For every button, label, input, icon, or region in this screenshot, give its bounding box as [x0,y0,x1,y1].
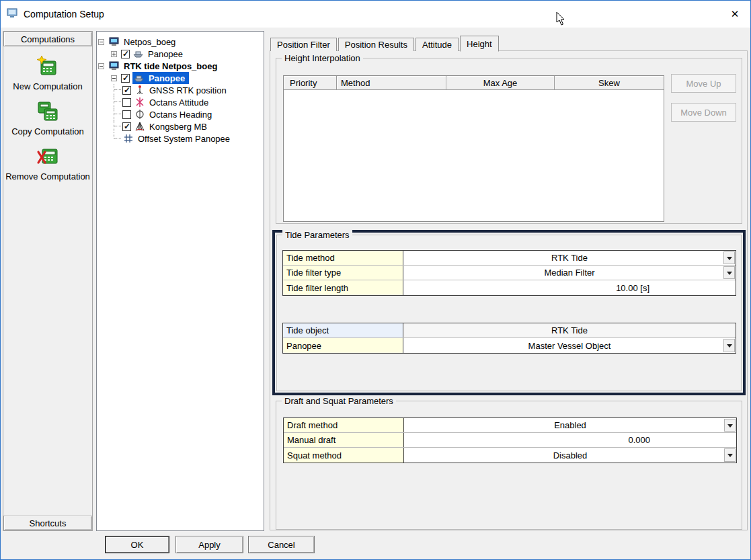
column-header-max-age[interactable]: Max Age [446,76,555,89]
tree-connector [114,84,122,96]
tree-item-octans-attitude[interactable]: Octans Attitude [98,96,262,108]
computations-header-button[interactable]: Computations [3,32,92,46]
height-interpolation-group: Height Interpolation Priority Method Max… [276,58,742,224]
tab-position-filter[interactable]: Position Filter [270,38,337,51]
tab-position-results[interactable]: Position Results [338,38,414,51]
action-label: Remove Computation [5,172,90,182]
tree-item-rtk-tide-netpos-boeg[interactable]: RTK tide Netpos_boeg [98,60,262,72]
param-value: Median Filter [544,268,594,278]
manual-draft-field[interactable]: 0.000 [404,433,736,447]
expand-expander-icon[interactable] [111,51,117,57]
group-title: Height Interpolation [282,53,363,63]
tree-connector [114,108,122,120]
squat-method-dropdown[interactable]: Disabled [404,448,736,463]
close-button[interactable]: ✕ [719,1,750,28]
computation-tree: Netpos_boeg Panopee RTK tide Netpos_boeg [96,31,264,531]
dropdown-arrow-icon[interactable] [723,266,735,279]
squat-method-row: Squat method Disabled [284,448,736,463]
tree-item-gnss-rtk-position[interactable]: GNSS RTK position [98,84,262,96]
computations-panel: Computations New Computation [3,31,93,531]
tide-method-row: Tide method RTK Tide [283,251,736,266]
new-computation-button[interactable]: New Computation [3,55,92,100]
vessel-icon [132,48,145,59]
mouse-cursor [556,11,565,26]
shortcuts-button[interactable]: Shortcuts [3,516,92,530]
dropdown-arrow-icon[interactable] [723,339,735,352]
param-label: Tide object [283,323,403,337]
draft-method-dropdown[interactable]: Enabled [404,418,736,432]
column-header-method[interactable]: Method [337,76,446,89]
param-value: 10.00 [s] [616,283,649,293]
tree-item-label: RTK tide Netpos_boeg [122,61,219,71]
dropdown-arrow-icon[interactable] [724,419,736,432]
param-label: Squat method [284,448,404,463]
dropdown-arrow-icon[interactable] [724,448,736,462]
tide-object-value: RTK Tide [403,323,736,337]
computation-icon [108,36,120,47]
collapse-expander-icon[interactable] [98,39,104,45]
tree-item-label: Offset System Panopee [136,134,231,144]
tide-filter-length-row: Tide filter length 10.00 [s] [283,280,736,295]
new-computation-icon [36,55,59,80]
param-label: Tide filter type [283,266,403,280]
computation-icon [108,61,120,71]
tide-method-dropdown[interactable]: RTK Tide [403,251,736,265]
tree-item-label: Netpos_boeg [122,37,177,47]
group-title: Draft and Squat Parameters [282,396,396,406]
move-down-button[interactable]: Move Down [671,103,736,122]
param-label: Panopee [283,338,403,353]
tree-item-kongsberg-mb[interactable]: Kongsberg MB [98,120,262,132]
tide-parameters-table: Tide method RTK Tide Tide filter type Me… [282,250,736,296]
heading-icon [134,109,146,120]
checkbox-unchecked-icon[interactable] [122,98,131,107]
tab-attitude[interactable]: Attitude [416,38,459,51]
copy-computation-button[interactable]: Copy Computation [3,100,92,145]
ok-button[interactable]: OK [105,536,169,553]
remove-computation-icon [36,145,59,170]
tree-connector [114,96,122,108]
vessel-icon [133,73,145,83]
tree-item-offset-system-panopee[interactable]: Offset System Panopee [98,132,262,145]
app-icon [7,8,19,21]
param-value: RTK Tide [551,325,588,335]
tide-filter-type-row: Tide filter type Median Filter [283,266,736,280]
draft-squat-table: Draft method Enabled Manual draft 0.000 … [283,417,737,463]
param-value: Enabled [554,420,586,430]
move-up-button[interactable]: Move Up [671,74,736,93]
dropdown-arrow-icon[interactable] [723,251,735,264]
collapse-expander-icon[interactable] [98,63,104,69]
tree-item-panopee-collapsed[interactable]: Panopee [98,48,262,60]
param-value: Master Vessel Object [528,341,611,351]
checkbox-checked-icon[interactable] [122,86,131,95]
height-interpolation-table: Priority Method Max Age Skew [283,75,664,222]
tree-connector [114,132,122,138]
column-header-skew[interactable]: Skew [555,76,664,89]
tree-item-panopee-selected[interactable]: Panopee [98,72,262,84]
tree-item-netpos-boeg[interactable]: Netpos_boeg [98,36,262,48]
param-label: Draft method [284,418,404,432]
checkbox-unchecked-icon[interactable] [122,110,131,119]
param-value: RTK Tide [551,253,588,263]
column-header-priority[interactable]: Priority [284,76,337,89]
param-label: Tide method [283,251,403,265]
remove-computation-button[interactable]: Remove Computation [3,145,92,190]
tree-item-label: Kongsberg MB [148,122,208,132]
computation-actions: New Computation Copy Computation [3,55,92,190]
draft-method-row: Draft method Enabled [284,418,736,433]
tree-connector [114,120,122,132]
group-title: Tide Parameters [282,230,352,240]
tree-item-label: Octans Heading [148,110,213,120]
panopee-tide-object-dropdown[interactable]: Master Vessel Object [403,338,736,353]
checkbox-checked-icon[interactable] [121,50,130,58]
checkbox-checked-icon[interactable] [122,122,131,131]
cancel-button[interactable]: Cancel [248,536,315,553]
tide-filter-length-field[interactable]: 10.00 [s] [403,280,736,295]
checkbox-checked-icon[interactable] [121,74,130,83]
collapse-expander-icon[interactable] [111,75,117,81]
selected-tree-item[interactable]: Panopee [132,72,189,84]
apply-button[interactable]: Apply [175,536,243,553]
tree-item-octans-heading[interactable]: Octans Heading [98,108,262,120]
tide-parameters-highlight: Tide Parameters Tide method RTK Tide Tid… [272,230,746,395]
tab-height[interactable]: Height [460,36,499,52]
tide-filter-type-dropdown[interactable]: Median Filter [403,266,736,280]
